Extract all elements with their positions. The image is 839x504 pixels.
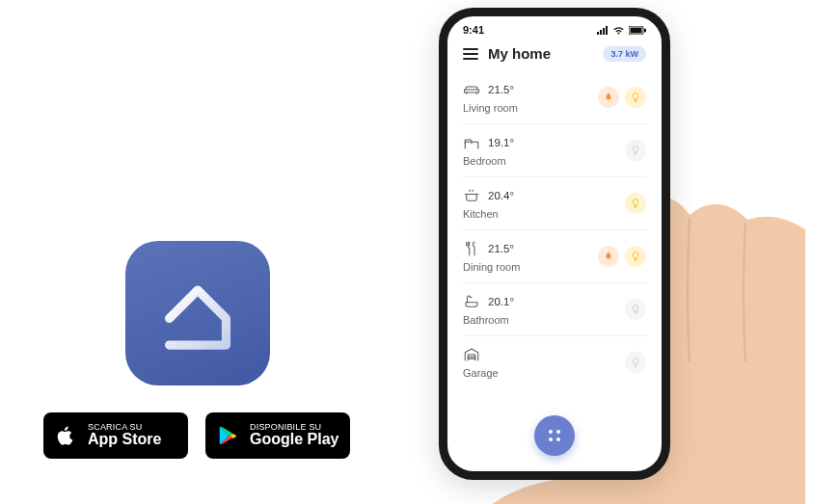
room-temp: 20.4°: [488, 190, 514, 201]
room-list: 21.5° Living room 19.1° Bedroom 20.4° Ki…: [447, 71, 662, 388]
room-row-living-room[interactable]: 21.5° Living room: [463, 71, 646, 124]
svg-rect-6: [631, 27, 642, 33]
google-play-bottom: Google Play: [250, 432, 338, 448]
room-temp: 21.5°: [488, 243, 514, 254]
room-info: 21.5° Dining room: [463, 240, 520, 273]
app-store-text: Scarica su App Store: [88, 423, 161, 448]
room-indicators: [598, 246, 646, 267]
room-info: 20.4° Kitchen: [463, 187, 514, 220]
bed-icon: [463, 134, 480, 151]
svg-rect-2: [600, 30, 602, 35]
google-play-badge[interactable]: DISPONIBILE SU Google Play: [205, 412, 350, 459]
room-name: Kitchen: [463, 208, 514, 220]
room-name: Bathroom: [463, 314, 514, 326]
app-header: My home 3.7 kW: [447, 40, 662, 71]
bulb-indicator[interactable]: [625, 140, 646, 161]
room-name: Bedroom: [463, 155, 514, 167]
room-indicators: [598, 87, 646, 108]
bulb-indicator[interactable]: [625, 352, 646, 373]
bulb-indicator[interactable]: [625, 193, 646, 214]
signal-icon: [597, 26, 609, 35]
phone-mockup: 9:41 My home 3.7 kW 21.5° Living room: [439, 8, 670, 480]
store-badges: Scarica su App Store DISPONIBILE SU Goog…: [43, 412, 352, 459]
room-info: Garage: [463, 346, 499, 379]
status-indicators: [597, 26, 646, 35]
svg-rect-4: [606, 26, 608, 35]
room-info: 20.1° Bathroom: [463, 293, 514, 326]
garage-icon: [463, 346, 480, 363]
wifi-icon: [612, 26, 625, 35]
room-temp: 19.1°: [488, 137, 514, 148]
page-title: My home: [488, 45, 551, 62]
room-row-garage[interactable]: Garage: [463, 336, 646, 388]
status-time: 9:41: [463, 24, 484, 36]
room-info: 21.5° Living room: [463, 81, 518, 114]
app-store-badge[interactable]: Scarica su App Store: [43, 412, 188, 459]
room-row-bathroom[interactable]: 20.1° Bathroom: [463, 283, 646, 336]
google-play-text: DISPONIBILE SU Google Play: [250, 423, 338, 448]
bulb-indicator[interactable]: [625, 246, 646, 267]
apple-icon: [53, 425, 78, 446]
room-info: 19.1° Bedroom: [463, 134, 514, 167]
pot-icon: [463, 187, 480, 204]
bulb-indicator[interactable]: [625, 87, 646, 108]
room-temp: 20.1°: [488, 296, 514, 307]
room-row-dining-room[interactable]: 21.5° Dining room: [463, 230, 646, 283]
svg-rect-7: [644, 28, 646, 32]
phone-frame: 9:41 My home 3.7 kW 21.5° Living room: [439, 8, 670, 480]
room-row-bedroom[interactable]: 19.1° Bedroom: [463, 124, 646, 177]
room-row-kitchen[interactable]: 20.4° Kitchen: [463, 177, 646, 230]
room-name: Living room: [463, 102, 518, 114]
svg-rect-3: [603, 28, 605, 35]
add-fab-button[interactable]: [534, 415, 575, 456]
battery-icon: [629, 26, 646, 35]
bath-icon: [463, 293, 480, 310]
google-play-icon: [215, 425, 240, 446]
menu-icon[interactable]: [463, 48, 478, 60]
status-bar: 9:41: [447, 16, 662, 40]
app-icon: [125, 241, 270, 385]
power-badge[interactable]: 3.7 kW: [603, 46, 646, 62]
bulb-indicator[interactable]: [625, 299, 646, 320]
room-indicators: [625, 193, 646, 214]
room-indicators: [625, 140, 646, 161]
fork-icon: [463, 240, 480, 257]
room-temp: 21.5°: [488, 84, 514, 95]
house-logo-icon: [153, 269, 242, 358]
room-indicators: [625, 299, 646, 320]
svg-rect-1: [597, 32, 599, 35]
room-indicators: [625, 352, 646, 373]
sofa-icon: [463, 81, 480, 98]
room-name: Dining room: [463, 261, 520, 273]
room-name: Garage: [463, 367, 499, 379]
flame-indicator[interactable]: [598, 87, 619, 108]
app-store-bottom: App Store: [88, 432, 161, 448]
flame-indicator[interactable]: [598, 246, 619, 267]
promo-left-panel: Scarica su App Store DISPONIBILE SU Goog…: [43, 241, 352, 459]
